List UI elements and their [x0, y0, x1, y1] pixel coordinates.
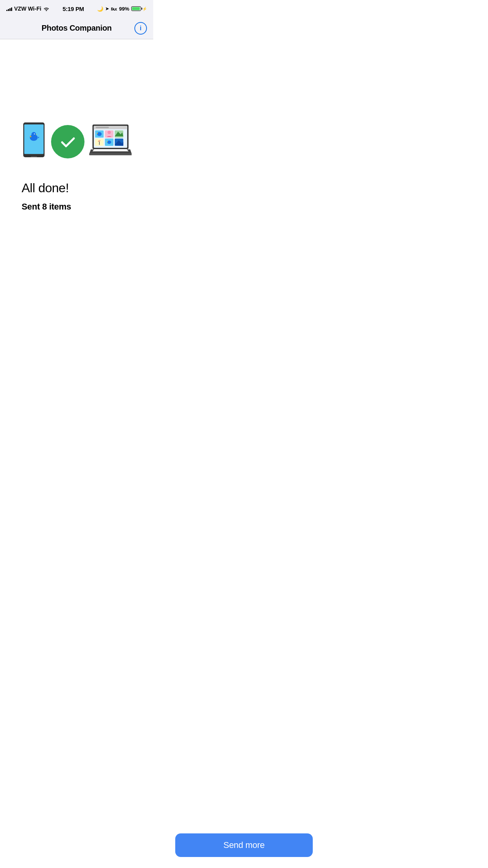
battery-icon: ⚡ — [131, 6, 147, 11]
sent-items-label: Sent 8 items — [22, 202, 132, 212]
time-display: 5:19 PM — [62, 6, 84, 12]
phone-illustration — [22, 118, 46, 165]
svg-point-13 — [107, 131, 110, 134]
svg-rect-9 — [95, 127, 108, 128]
svg-rect-16 — [99, 142, 100, 145]
illustration-area — [22, 118, 132, 165]
bluetooth-icon: ℻ — [111, 6, 117, 12]
wifi-icon — [43, 6, 50, 11]
carrier-label: VZW Wi-Fi — [14, 6, 41, 12]
laptop-illustration — [89, 121, 132, 162]
nav-bar: Photos Companion i — [0, 17, 153, 39]
svg-point-11 — [97, 132, 102, 136]
info-icon: i — [140, 25, 141, 32]
battery-percent: 99% — [119, 6, 129, 12]
text-section: All done! Sent 8 items — [22, 181, 132, 212]
all-done-label: All done! — [22, 181, 132, 195]
svg-rect-20 — [89, 153, 132, 155]
page-title: Photos Companion — [42, 24, 112, 33]
status-left: VZW Wi-Fi — [6, 6, 50, 12]
checkmark-icon — [58, 132, 77, 151]
svg-point-4 — [34, 134, 35, 135]
main-content: All done! Sent 8 items — [0, 39, 153, 259]
moon-icon: 🌙 — [97, 6, 103, 12]
signal-icon — [6, 6, 12, 11]
svg-point-18 — [107, 140, 111, 143]
location-icon: ➤ — [105, 6, 109, 11]
svg-rect-5 — [31, 156, 37, 158]
success-checkmark — [51, 125, 84, 158]
status-right: 🌙 ➤ ℻ 99% ⚡ — [97, 6, 147, 12]
status-bar: VZW Wi-Fi 5:19 PM 🌙 ➤ ℻ 99% ⚡ — [0, 0, 153, 17]
svg-point-3 — [31, 132, 36, 137]
info-button[interactable]: i — [134, 22, 147, 35]
